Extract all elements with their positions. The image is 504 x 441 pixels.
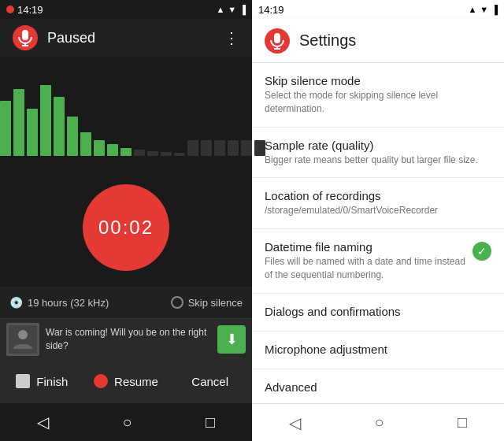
bar-placeholder-2	[214, 140, 225, 156]
skip-silence-toggle[interactable]: Skip silence	[171, 296, 243, 309]
app-title-left: Paused	[47, 30, 214, 46]
record-indicator	[6, 6, 14, 13]
settings-item-0[interactable]: Skip silence modeSelect the mode for ski…	[252, 63, 504, 128]
settings-item-title-1: Sample rate (quality)	[265, 139, 491, 152]
settings-list: Skip silence modeSelect the mode for ski…	[252, 63, 504, 403]
status-icons-left: ▲ ▼ ▐	[216, 5, 246, 14]
settings-item-subtitle-3: Files will be named with a date and time…	[265, 255, 472, 282]
recent-nav-icon[interactable]: □	[206, 413, 215, 432]
status-bar-right: 14:19 ▲ ▼ ▐	[252, 0, 504, 19]
bar-placeholder-5	[254, 140, 265, 156]
bar-4	[40, 85, 51, 156]
settings-item-subtitle-2: /storage/emulated/0/SmartVoiceRecorder	[265, 204, 491, 217]
home-nav-icon[interactable]: ○	[122, 413, 132, 432]
finish-icon	[16, 374, 30, 388]
signal-icon-r: ▲	[468, 5, 476, 14]
left-panel: 14:19 ▲ ▼ ▐ Paused ⋮ 00:02	[0, 0, 252, 441]
settings-item-5[interactable]: Microphone adjustment	[252, 332, 504, 369]
settings-item-title-0: Skip silence mode	[265, 74, 491, 87]
wifi-icon-r: ▼	[480, 5, 488, 14]
app-bar-left: Paused ⋮	[0, 19, 252, 57]
settings-item-subtitle-0: Select the mode for skipping silence lev…	[265, 89, 491, 116]
ad-banner[interactable]: War is coming! Will you be on the right …	[0, 318, 252, 359]
bar-5	[54, 97, 65, 156]
bar-13	[161, 152, 172, 156]
visualizer-container	[0, 57, 252, 176]
status-icons-right: ▲ ▼ ▐	[468, 5, 498, 14]
audio-visualizer	[0, 77, 265, 156]
status-bar-left: 14:19 ▲ ▼ ▐	[0, 0, 252, 19]
bar-placeholder-0	[187, 140, 198, 156]
svg-rect-0	[22, 30, 28, 40]
cancel-button[interactable]: Cancel	[168, 359, 252, 403]
battery-icon: ▐	[239, 5, 246, 14]
skip-silence-label: Skip silence	[188, 297, 243, 309]
settings-item-title-3: Datetime file naming	[265, 240, 472, 254]
bar-3	[27, 109, 38, 156]
more-options-button[interactable]: ⋮	[224, 28, 239, 47]
wifi-icon: ▼	[228, 5, 236, 14]
signal-icon: ▲	[216, 5, 224, 14]
resume-button[interactable]: Resume	[84, 359, 169, 403]
timer-container: 00:02	[0, 176, 252, 287]
mic-icon	[13, 25, 38, 50]
bottom-info-bar: 💿 19 hours (32 kHz) Skip silence	[0, 287, 252, 318]
back-nav-icon-right[interactable]: ◁	[289, 413, 301, 432]
bar-9	[107, 144, 118, 156]
storage-icon: 💿	[9, 296, 23, 309]
checkmark-icon-3: ✓	[472, 242, 491, 261]
bar-placeholder-1	[201, 140, 212, 156]
timer-display: 00:02	[98, 217, 154, 239]
bar-7	[80, 132, 91, 156]
bar-10	[120, 148, 132, 156]
settings-item-title-4: Dialogs and confirmations	[265, 305, 491, 318]
bar-8	[94, 140, 105, 156]
settings-page-title: Settings	[299, 32, 356, 50]
settings-item-4[interactable]: Dialogs and confirmations	[252, 294, 504, 332]
bar-placeholder-3	[228, 140, 239, 156]
finish-button[interactable]: Finish	[0, 359, 84, 403]
settings-item-1[interactable]: Sample rate (quality)Bigger rate means b…	[252, 128, 504, 179]
time-left: 14:19	[17, 4, 43, 16]
app-bar-right: Settings	[252, 19, 504, 63]
settings-item-6[interactable]: Advanced	[252, 369, 504, 403]
recording-info: 19 hours (32 kHz)	[28, 297, 109, 309]
mic-icon-right	[265, 28, 290, 54]
svg-point-4	[18, 330, 28, 339]
bar-2	[13, 89, 24, 156]
settings-item-title-6: Advanced	[265, 380, 491, 394]
settings-item-3[interactable]: Datetime file namingFiles will be named …	[252, 229, 504, 294]
right-panel: 14:19 ▲ ▼ ▐ Settings Skip silence modeSe…	[252, 0, 504, 441]
action-bar: Finish Resume Cancel	[0, 359, 252, 403]
nav-bar-right: ◁ ○ □	[252, 403, 504, 441]
resume-icon	[94, 374, 108, 388]
time-right: 14:19	[258, 4, 284, 16]
ad-text: War is coming! Will you be on the right …	[46, 326, 211, 353]
settings-item-2[interactable]: Location of recordings/storage/emulated/…	[252, 178, 504, 229]
nav-bar-left: ◁ ○ □	[0, 403, 252, 441]
settings-item-title-5: Microphone adjustment	[265, 343, 491, 356]
battery-icon-r: ▐	[491, 5, 498, 14]
svg-rect-5	[274, 33, 280, 43]
back-nav-icon[interactable]: ◁	[37, 413, 49, 432]
bar-11	[134, 150, 145, 156]
finish-label: Finish	[36, 375, 68, 388]
settings-item-subtitle-1: Bigger rate means better quality but lar…	[265, 154, 491, 167]
bar-6	[67, 117, 78, 156]
bar-placeholder-4	[241, 140, 252, 156]
timer-circle: 00:02	[83, 184, 169, 271]
resume-label: Resume	[114, 375, 158, 388]
bar-1	[0, 101, 11, 156]
home-nav-icon-right[interactable]: ○	[374, 413, 384, 432]
download-button[interactable]: ⬇	[217, 325, 246, 354]
bar-14	[174, 153, 185, 156]
recent-nav-icon-right[interactable]: □	[458, 413, 467, 432]
bar-12	[147, 151, 158, 156]
ad-image	[6, 323, 39, 356]
cancel-label: Cancel	[191, 375, 228, 388]
settings-item-title-2: Location of recordings	[265, 189, 491, 202]
skip-silence-radio[interactable]	[171, 296, 183, 309]
